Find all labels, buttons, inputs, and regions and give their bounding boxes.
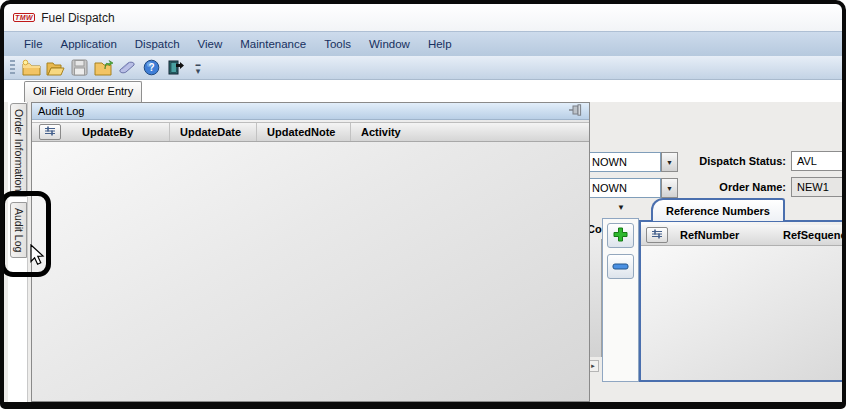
- menu-tools[interactable]: Tools: [316, 35, 359, 53]
- audit-column-updatednote[interactable]: UpdatedNote: [257, 123, 351, 141]
- notes-icon: [117, 60, 137, 76]
- new-folder-icon: [21, 59, 41, 76]
- scroll-right-icon: ►: [590, 363, 596, 369]
- help-icon: ?: [143, 59, 160, 76]
- chevron-down-icon: ▼: [666, 185, 673, 192]
- side-tab-audit-log-label: Audit Log: [13, 208, 25, 252]
- exit-door-icon: [166, 59, 184, 76]
- add-row-button[interactable]: [607, 223, 634, 248]
- order-name-field[interactable]: NEW1: [791, 177, 842, 197]
- main-area: NOWN ▼ NOWN ▼ Dispatch Status: AVL Order…: [4, 102, 842, 402]
- folder-arrow-icon: [93, 59, 113, 76]
- chevron-down-icon: ▼: [666, 159, 673, 166]
- menu-dispatch[interactable]: Dispatch: [127, 35, 188, 53]
- exit-button[interactable]: [163, 57, 187, 78]
- title-bar: TMW Fuel Dispatch: [4, 4, 842, 31]
- pin-icon[interactable]: [568, 104, 583, 118]
- new-order-button[interactable]: [19, 57, 43, 78]
- audit-grid-header: UpdateBy UpdateDate UpdatedNote Activity: [32, 122, 589, 142]
- window-title: Fuel Dispatch: [41, 11, 114, 25]
- svg-text:?: ?: [148, 62, 154, 73]
- menu-bar: File Application Dispatch View Maintenan…: [4, 31, 842, 56]
- menu-file[interactable]: File: [16, 35, 51, 53]
- audit-log-panel-header[interactable]: Audit Log: [32, 103, 589, 120]
- overflow-arrow-glyph: ▾: [191, 68, 205, 75]
- plus-icon: [612, 226, 629, 245]
- filter-icon: [651, 229, 663, 241]
- toolbar-grip[interactable]: [10, 60, 15, 76]
- audit-log-panel: Audit Log: [31, 102, 590, 402]
- audit-column-updatedate[interactable]: UpdateDate: [170, 123, 257, 141]
- menu-window[interactable]: Window: [361, 35, 418, 53]
- side-tab-order-information-label: Order Information: [13, 109, 25, 191]
- tab-reference-numbers[interactable]: Reference Numbers: [651, 198, 785, 221]
- menu-view[interactable]: View: [190, 35, 231, 53]
- row-buttons-strip: [602, 218, 639, 382]
- tab-row: Oil Field Order Entry: [4, 80, 842, 102]
- save-floppy-icon: [71, 59, 88, 76]
- filter-icon: [44, 126, 56, 138]
- tab-reference-numbers-label: Reference Numbers: [666, 205, 770, 217]
- dispatch-status-field[interactable]: AVL: [791, 151, 842, 171]
- dispatch-status-label: Dispatch Status:: [676, 155, 786, 167]
- section-dropdown-button[interactable]: ▼: [617, 203, 625, 212]
- minus-icon: [612, 261, 629, 273]
- audit-column-updateby[interactable]: UpdateBy: [72, 123, 170, 141]
- import-button[interactable]: [91, 57, 115, 78]
- side-tab-order-information[interactable]: Order Information: [10, 103, 27, 197]
- open-button[interactable]: [43, 57, 67, 78]
- app-window: TMW Fuel Dispatch File Application Dispa…: [0, 0, 846, 411]
- toolbar: ? ▬ ▾: [4, 56, 842, 80]
- reference-grid-header: RefNumber RefSequence: [641, 225, 842, 246]
- toolbar-overflow-button[interactable]: ▬ ▾: [191, 61, 205, 75]
- menu-maintenance[interactable]: Maintenance: [232, 35, 314, 53]
- menu-application[interactable]: Application: [53, 35, 125, 53]
- reference-numbers-panel: RefNumber RefSequence: [639, 220, 842, 382]
- hidden-grid-body: [589, 239, 602, 357]
- side-tab-strip: Order Information Audit Log: [8, 102, 28, 402]
- help-button[interactable]: ?: [139, 57, 163, 78]
- remove-row-button[interactable]: [607, 254, 634, 279]
- open-folder-icon: [45, 59, 65, 76]
- save-button[interactable]: [67, 57, 91, 78]
- audit-log-panel-title: Audit Log: [38, 105, 568, 117]
- audit-grid-body: [32, 142, 589, 400]
- order-name-label: Order Name:: [676, 181, 786, 193]
- reference-grid-filter-button[interactable]: [646, 227, 668, 243]
- notes-button[interactable]: [115, 57, 139, 78]
- audit-column-activity[interactable]: Activity: [351, 123, 589, 141]
- reference-column-refnumber[interactable]: RefNumber: [680, 229, 783, 241]
- tmw-logo-icon: TMW: [13, 13, 35, 22]
- menu-help[interactable]: Help: [420, 35, 460, 53]
- reference-column-refsequence[interactable]: RefSequence: [783, 229, 842, 241]
- side-tab-audit-log[interactable]: Audit Log: [10, 202, 27, 258]
- tab-oil-field-order-entry[interactable]: Oil Field Order Entry: [24, 81, 142, 102]
- audit-grid-filter-button[interactable]: [39, 124, 61, 140]
